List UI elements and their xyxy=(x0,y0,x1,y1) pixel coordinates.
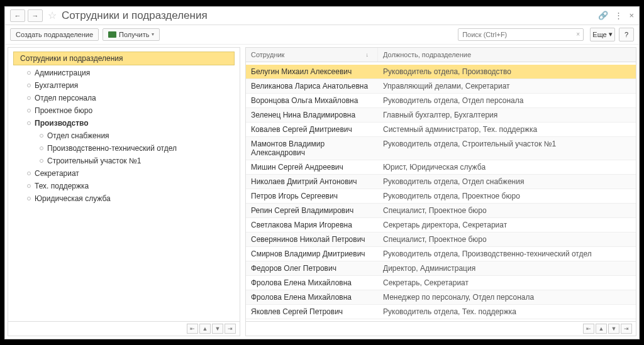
grid-header: Сотрудник ↓ Должность, подразделение xyxy=(246,48,636,62)
table-row[interactable]: Петров Игорь СергеевичРуководитель отдел… xyxy=(246,189,636,204)
page-title: Сотрудники и подразделения xyxy=(62,9,208,22)
bullet-icon xyxy=(40,134,43,138)
nav-footer-button[interactable]: ▼ xyxy=(608,324,619,334)
table-row[interactable]: Зеленец Нина ВладимировнаГлавный бухгалт… xyxy=(246,108,636,123)
table-row[interactable]: Смирнов Владимир ДмитриевичРуководитель … xyxy=(246,247,636,261)
cell-position: Секретарь, Секретариат xyxy=(378,276,636,290)
cell-employee: Ковалев Сергей Дмитриевич xyxy=(246,123,378,136)
cell-employee: Петров Игорь Сергеевич xyxy=(246,189,378,203)
nav-footer-button[interactable]: ▼ xyxy=(212,324,223,334)
cell-employee: Яковлев Сергей Петрович xyxy=(246,305,378,319)
cell-employee: Мамонтов Владимир Александрович xyxy=(246,137,378,160)
nav-footer-button[interactable]: ▲ xyxy=(596,324,607,334)
tree-item[interactable]: Тех. поддержка xyxy=(8,180,240,192)
more-icon[interactable]: ⋮ xyxy=(614,11,623,20)
tree-item[interactable]: Отдел снабжения xyxy=(8,129,240,142)
table-row[interactable]: Яковлев Сергей ПетровичРуководитель отде… xyxy=(246,305,636,319)
more-actions-button[interactable]: Еще ▾ xyxy=(590,28,615,41)
tree-item[interactable]: Проектное бюро xyxy=(8,104,240,117)
cell-position: Руководитель отдела, Строительный участо… xyxy=(378,137,636,160)
tree-item[interactable]: Секретариат xyxy=(8,167,240,180)
search-input[interactable] xyxy=(458,28,584,41)
tree-body: Сотрудники и подразделения Администрация… xyxy=(8,48,240,321)
cell-employee: Великанова Лариса Анатольевна xyxy=(246,79,378,93)
table-row[interactable]: Репин Сергей ВладимировичСпециалист, Про… xyxy=(246,204,636,218)
grid-footer: ⇤▲▼⇥ xyxy=(246,321,636,336)
cell-position: Руководитель отдела, Отдел снабжения xyxy=(378,175,636,189)
create-department-button[interactable]: Создать подразделение xyxy=(10,28,99,41)
cell-employee: Фролова Елена Михайловна xyxy=(246,290,378,304)
table-row[interactable]: Фролова Елена МихайловнаМенеджер по перс… xyxy=(246,290,636,305)
toolbar: Создать подразделение Получить ▾ × Еще ▾… xyxy=(5,25,639,45)
tree-item[interactable]: Администрация xyxy=(8,67,240,79)
tree-footer: ⇤▲▼⇥ xyxy=(8,321,240,336)
column-header-position[interactable]: Должность, подразделение xyxy=(378,48,636,62)
cell-position: Руководитель отдела, Производственно-тех… xyxy=(378,247,636,261)
tree-item-label: Производственно-технический отдел xyxy=(47,144,177,153)
cell-employee: Северянинов Николай Петрович xyxy=(246,233,378,246)
more-label: Еще xyxy=(592,31,606,38)
link-icon[interactable]: 🔗 xyxy=(598,11,608,20)
table-row[interactable]: Великанова Лариса АнатольевнаУправляющий… xyxy=(246,79,636,94)
cell-position: Системный администратор, Тех. поддержка xyxy=(378,123,636,136)
cell-position: Секретарь директора, Секретариат xyxy=(378,218,636,232)
nav-footer-button[interactable]: ⇥ xyxy=(621,324,632,334)
tree-root[interactable]: Сотрудники и подразделения xyxy=(13,52,235,65)
table-row[interactable]: Светлакова Мария ИгоревнаСекретарь дирек… xyxy=(246,218,636,233)
tree-item[interactable]: Производственно-технический отдел xyxy=(8,142,240,155)
tree-item[interactable]: Отдел персонала xyxy=(8,92,240,104)
nav-footer-button[interactable]: ⇤ xyxy=(187,324,198,334)
app-window: ← → ☆ Сотрудники и подразделения 🔗 ⋮ × С… xyxy=(4,6,640,339)
col1-label: Сотрудник xyxy=(251,51,284,58)
table-row[interactable]: Ковалев Сергей ДмитриевичСистемный админ… xyxy=(246,123,636,137)
table-row[interactable]: Мамонтов Владимир АлександровичРуководит… xyxy=(246,137,636,160)
cell-position: Руководитель отдела, Производство xyxy=(378,65,636,79)
titlebar: ← → ☆ Сотрудники и подразделения 🔗 ⋮ × xyxy=(5,7,639,25)
bullet-icon xyxy=(27,96,31,100)
cell-employee: Белугин Михаил Алексеевич xyxy=(246,65,378,79)
grid-pane: Сотрудник ↓ Должность, подразделение Бел… xyxy=(245,47,636,336)
bullet-icon xyxy=(27,71,31,75)
tree-item[interactable]: Производство xyxy=(8,117,240,129)
tree-item-label: Отдел снабжения xyxy=(47,131,109,140)
cell-position: Специалист, Проектное бюро xyxy=(378,233,636,246)
cell-position: Главный бухгалтер, Бухгалтерия xyxy=(378,108,636,122)
clear-search-icon[interactable]: × xyxy=(576,31,580,38)
close-icon[interactable]: × xyxy=(629,11,634,20)
printer-icon xyxy=(108,31,116,38)
table-row[interactable]: Мишин Сергей АндреевичЮрист, Юридическая… xyxy=(246,160,636,175)
tree-item-label: Отдел персонала xyxy=(35,94,96,102)
nav-footer-button[interactable]: ⇤ xyxy=(583,324,594,334)
bullet-icon xyxy=(27,184,31,188)
column-header-employee[interactable]: Сотрудник ↓ xyxy=(246,48,378,62)
bullet-icon xyxy=(40,146,43,150)
table-row[interactable]: Фролова Елена МихайловнаСекретарь, Секре… xyxy=(246,276,636,290)
help-button[interactable]: ? xyxy=(619,28,634,41)
forward-button[interactable]: → xyxy=(28,9,43,22)
cell-position: Специалист, Проектное бюро xyxy=(378,204,636,217)
table-row[interactable]: Федоров Олег ПетровичДиректор, Администр… xyxy=(246,261,636,276)
cell-position: Руководитель отдела, Отдел персонала xyxy=(378,94,636,107)
receive-label: Получить xyxy=(119,31,149,38)
cell-employee: Репин Сергей Владимирович xyxy=(246,204,378,217)
cell-position: Менеджер по персоналу, Отдел персонала xyxy=(378,290,636,304)
table-row[interactable]: Белугин Михаил АлексеевичРуководитель от… xyxy=(246,65,636,79)
table-row[interactable]: Воронцова Ольга МихайловнаРуководитель о… xyxy=(246,94,636,108)
nav-footer-button[interactable]: ⇥ xyxy=(225,324,236,334)
receive-button[interactable]: Получить ▾ xyxy=(103,28,160,41)
bullet-icon xyxy=(27,197,31,200)
cell-employee: Федоров Олег Петрович xyxy=(246,261,378,275)
nav-footer-button[interactable]: ▲ xyxy=(199,324,211,334)
favorite-star-icon[interactable]: ☆ xyxy=(48,9,57,21)
back-button[interactable]: ← xyxy=(10,9,25,22)
tree-item[interactable]: Юридическая служба xyxy=(8,192,240,205)
table-row[interactable]: Северянинов Николай ПетровичСпециалист, … xyxy=(246,233,636,247)
cell-employee: Смирнов Владимир Дмитриевич xyxy=(246,247,378,261)
table-row[interactable]: Николаев Дмитрий АнтоновичРуководитель о… xyxy=(246,175,636,189)
tree-item-label: Юридическая служба xyxy=(35,194,111,203)
tree-item[interactable]: Строительный участок №1 xyxy=(8,155,240,167)
tree-pane: Сотрудники и подразделения Администрация… xyxy=(8,47,240,336)
tree-item[interactable]: Бухгалтерия xyxy=(8,79,240,92)
bullet-icon xyxy=(27,172,31,175)
bullet-icon xyxy=(27,84,31,87)
